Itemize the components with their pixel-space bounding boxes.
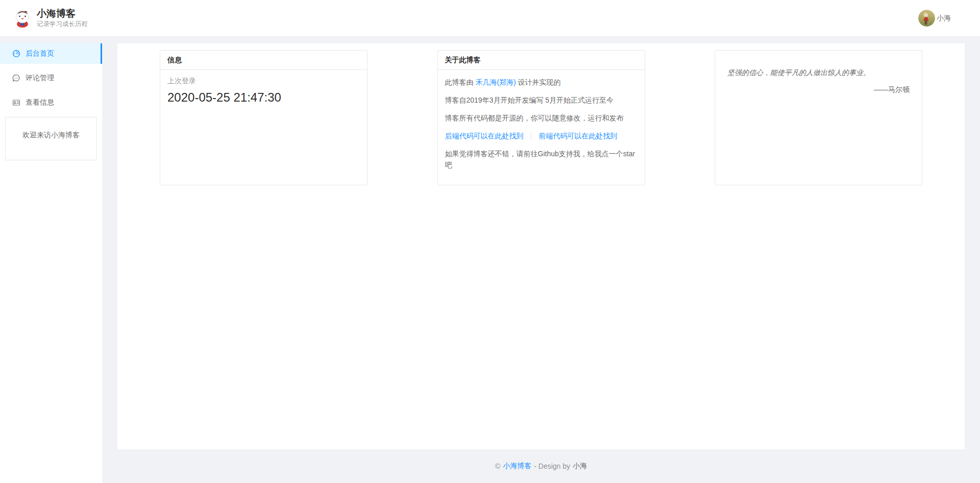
quote-card: 坚强的信心，能使平凡的人做出惊人的事业。 ——马尔顿 <box>715 50 922 185</box>
comment-icon <box>12 74 20 82</box>
link-separator: | <box>530 132 532 140</box>
user-name: 小海 <box>937 14 951 23</box>
site-logo-icon <box>13 9 32 28</box>
about-line1-prefix: 此博客由 <box>445 78 476 86</box>
sidebar-item-label: 评论管理 <box>26 74 54 83</box>
quote-card-body: 坚强的信心，能使平凡的人做出惊人的事业。 ——马尔顿 <box>715 51 922 111</box>
about-card-body: 此博客由 禾几海(郑海) 设计并实现的 博客自2019年3月开始开发编写 5月开… <box>438 70 645 177</box>
user-avatar[interactable] <box>918 10 935 27</box>
content-panel: 信息 上次登录 2020-05-25 21:47:30 关于此博客 此博客由 禾… <box>117 43 965 449</box>
quote-text: 坚强的信心，能使平凡的人做出惊人的事业。 <box>727 67 910 78</box>
footer-author: 小海 <box>573 462 587 471</box>
sidebar-item-label: 后台首页 <box>26 49 54 58</box>
backend-code-link[interactable]: 后端代码可以在此处找到 <box>445 132 524 140</box>
app-header: 小海博客 记录学习成长历程 小海 <box>0 0 980 37</box>
quote-author: ——马尔顿 <box>727 85 910 94</box>
info-card: 信息 上次登录 2020-05-25 21:47:30 <box>160 50 368 185</box>
about-line-history: 博客自2019年3月开始开发编写 5月开始正式运行至今 <box>445 94 638 106</box>
footer-design-by: - Design by <box>534 462 570 470</box>
app-footer: © 小海博客 - Design by 小海 <box>117 449 965 483</box>
author-link[interactable]: 禾几海(郑海) <box>475 78 516 86</box>
about-line1-suffix: 设计并实现的 <box>516 78 561 86</box>
frontend-code-link[interactable]: 前端代码可以在此处找到 <box>538 132 617 140</box>
sidebar-item-dashboard[interactable]: 后台首页 <box>0 43 102 64</box>
about-line-links: 后端代码可以在此处找到|前端代码可以在此处找到 <box>445 130 638 141</box>
welcome-box: 欢迎来访小海博客 <box>5 117 97 160</box>
about-line-opensource: 博客所有代码都是开源的，你可以随意修改，运行和发布 <box>445 112 638 124</box>
site-subtitle: 记录学习成长历程 <box>37 20 88 29</box>
logo-group[interactable]: 小海博客 记录学习成长历程 <box>13 8 88 29</box>
logo-text: 小海博客 记录学习成长历程 <box>37 8 88 29</box>
dashboard-icon <box>12 50 20 58</box>
footer-site-link[interactable]: 小海博客 <box>503 462 531 471</box>
idcard-icon <box>12 99 20 107</box>
sidebar-item-label: 查看信息 <box>26 98 54 107</box>
cards-row: 信息 上次登录 2020-05-25 21:47:30 关于此博客 此博客由 禾… <box>117 43 965 185</box>
site-title: 小海博客 <box>37 8 88 19</box>
about-line-star: 如果觉得博客还不错，请前往Github支持我，给我点一个star吧 <box>445 148 638 171</box>
sidebar-item-comments[interactable]: 评论管理 <box>0 68 102 88</box>
main-column: 信息 上次登录 2020-05-25 21:47:30 关于此博客 此博客由 禾… <box>117 43 965 483</box>
about-card-title: 关于此博客 <box>438 51 645 70</box>
sidebar: 后台首页 评论管理 <box>0 43 102 483</box>
sidebar-item-info[interactable]: 查看信息 <box>0 92 102 113</box>
info-card-title: 信息 <box>160 51 367 70</box>
user-menu[interactable]: 小海 <box>918 10 951 27</box>
main-layout: 后台首页 评论管理 <box>0 37 980 483</box>
welcome-text: 欢迎来访小海博客 <box>22 131 80 139</box>
last-login-label: 上次登录 <box>167 77 360 86</box>
about-card: 关于此博客 此博客由 禾几海(郑海) 设计并实现的 博客自2019年3月开始开发… <box>437 50 645 185</box>
about-line-author: 此博客由 禾几海(郑海) 设计并实现的 <box>445 77 638 88</box>
info-card-body: 上次登录 2020-05-25 21:47:30 <box>160 70 367 112</box>
last-login-value: 2020-05-25 21:47:30 <box>167 90 360 105</box>
copyright-symbol: © <box>495 462 500 470</box>
